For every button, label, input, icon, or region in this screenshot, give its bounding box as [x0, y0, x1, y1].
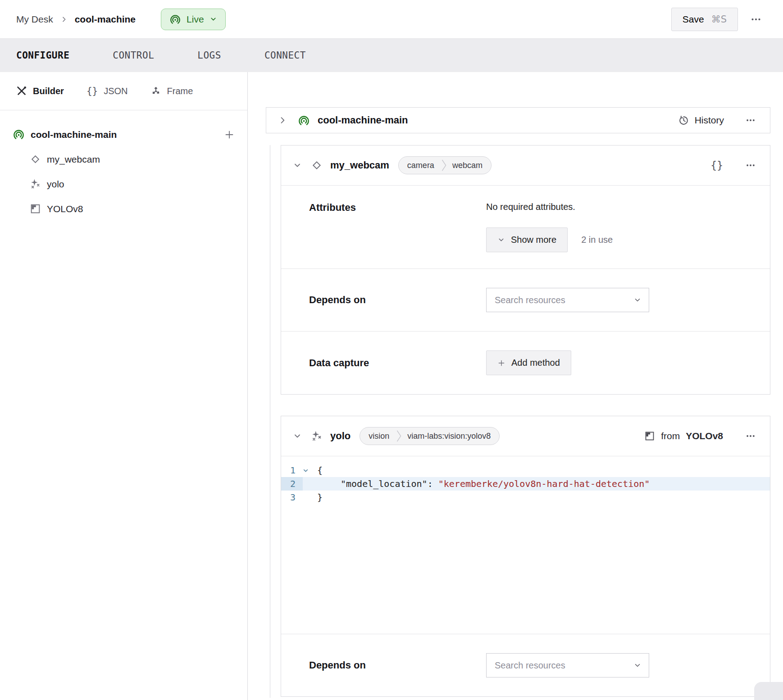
attributes-label: Attributes — [293, 202, 486, 252]
resource-title: yolo — [330, 430, 351, 442]
depends-on-label: Depends on — [293, 294, 486, 306]
chevron-right-icon — [60, 16, 68, 23]
json-attributes-editor[interactable]: 1 { 2 "model_location": "keremberke/yolo… — [281, 456, 770, 634]
fold-chevron-icon[interactable] — [303, 468, 317, 473]
machine-status-badge[interactable]: Live — [161, 9, 226, 30]
resource-more-menu-icon[interactable] — [743, 428, 758, 444]
show-more-button[interactable]: Show more — [486, 227, 568, 252]
braces-icon: {} — [86, 86, 98, 96]
pill-divider-icon — [442, 159, 446, 171]
mode-frame-label: Frame — [167, 86, 193, 96]
data-capture-label: Data capture — [293, 357, 486, 369]
depends-on-section: Depends on — [281, 268, 770, 331]
tree-item-yolov8-module[interactable]: YOLOv8 — [13, 196, 237, 221]
tree-item-label: cool-machine-main — [31, 129, 117, 140]
history-button[interactable]: History — [678, 115, 724, 126]
collapse-chevron-right-icon[interactable] — [278, 116, 287, 125]
machine-status-label: Live — [187, 14, 204, 25]
mode-frame[interactable]: Frame — [150, 86, 193, 96]
add-method-button[interactable]: Add method — [486, 350, 571, 375]
save-shortcut: ⌘S — [711, 14, 727, 25]
mode-builder[interactable]: Builder — [16, 86, 64, 96]
history-clock-icon — [678, 115, 689, 126]
json-key: "model_location" — [341, 478, 428, 489]
resource-type-pill: vision viam-labs:vision:yolov8 — [360, 427, 500, 445]
tree-item-main-part[interactable]: cool-machine-main — [13, 122, 237, 147]
card-header: my_webcam camera webcam {} — [281, 145, 770, 185]
collapse-chevron-down-icon[interactable] — [293, 161, 302, 170]
attributes-section: Attributes No required attributes. Show … — [281, 185, 770, 268]
from-prefix: from — [661, 431, 680, 441]
tab-control[interactable]: CONTROL — [113, 50, 154, 61]
chevron-down-icon — [633, 296, 642, 304]
mode-builder-label: Builder — [33, 86, 64, 96]
sparkles-service-icon — [311, 430, 323, 442]
depends-on-select[interactable] — [486, 653, 649, 677]
part-header: cool-machine-main History — [266, 107, 770, 133]
part-title: cool-machine-main — [318, 114, 408, 126]
view-mode-toolbar: Builder {} JSON Frame — [0, 72, 247, 110]
chevron-down-icon — [633, 661, 642, 669]
tree-item-yolo[interactable]: yolo — [13, 172, 237, 196]
tools-icon — [16, 86, 27, 96]
tree-item-label: yolo — [47, 179, 64, 190]
mode-json-label: JSON — [104, 86, 127, 96]
tab-connect[interactable]: CONNECT — [264, 50, 306, 61]
save-button[interactable]: Save ⌘S — [671, 8, 738, 31]
code-line[interactable]: 1 { — [281, 464, 770, 477]
search-resources-input[interactable] — [495, 295, 633, 305]
line-number: 2 — [281, 477, 303, 491]
tab-logs[interactable]: LOGS — [197, 50, 221, 61]
top-bar: My Desk cool-machine Live Save ⌘S — [0, 0, 783, 39]
code-text: "model_location": "keremberke/yolov8n-ha… — [317, 478, 650, 489]
configure-main-panel: cool-machine-main History — [248, 72, 783, 700]
mode-json[interactable]: {} JSON — [86, 86, 128, 96]
resource-title: my_webcam — [330, 159, 389, 171]
module-icon — [30, 203, 41, 214]
main-tab-bar: CONFIGURE CONTROL LOGS CONNECT — [0, 39, 783, 72]
diamond-component-icon — [311, 159, 323, 171]
tree-item-label: YOLOv8 — [47, 204, 83, 214]
code-text: } — [317, 492, 323, 503]
edit-json-icon[interactable]: {} — [710, 159, 723, 171]
code-text: { — [317, 465, 323, 476]
add-method-label: Add method — [511, 358, 560, 368]
depends-on-section: Depends on — [281, 634, 770, 696]
resource-model: webcam — [446, 161, 491, 170]
attributes-in-use-count: 2 in use — [581, 235, 613, 245]
history-label: History — [695, 115, 724, 126]
part-more-menu-icon[interactable] — [743, 113, 758, 128]
from-module-link[interactable]: from YOLOv8 — [644, 431, 723, 441]
breadcrumb-root[interactable]: My Desk — [16, 14, 53, 25]
pill-divider-icon — [396, 430, 401, 442]
collapse-chevron-down-icon[interactable] — [293, 432, 302, 441]
tree-item-my-webcam[interactable]: my_webcam — [13, 147, 237, 172]
tree-item-label: my_webcam — [47, 154, 100, 165]
tab-configure[interactable]: CONFIGURE — [16, 50, 69, 61]
chevron-down-icon — [209, 15, 217, 23]
frame-axes-icon — [150, 86, 161, 96]
breadcrumb-current: cool-machine — [75, 14, 136, 25]
broadcast-icon — [13, 128, 25, 141]
resource-model: viam-labs:vision:yolov8 — [401, 432, 499, 441]
line-number: 3 — [281, 492, 303, 503]
part-children-container: my_webcam camera webcam {} Attributes — [270, 145, 770, 698]
topbar-more-menu-icon[interactable] — [748, 11, 764, 27]
search-resources-input[interactable] — [495, 660, 633, 671]
chat-widget-corner[interactable] — [754, 682, 783, 700]
add-resource-icon[interactable] — [222, 127, 237, 142]
line-number: 1 — [281, 465, 303, 476]
code-line[interactable]: 3 } — [281, 491, 770, 504]
broadcast-icon — [298, 114, 310, 127]
code-line-active[interactable]: 2 "model_location": "keremberke/yolov8n-… — [281, 477, 770, 491]
configure-sidebar: Builder {} JSON Frame — [0, 72, 248, 700]
card-header: yolo vision viam-labs:vision:yolov8 — [281, 416, 770, 456]
attributes-empty-text: No required attributes. — [486, 202, 613, 212]
resource-more-menu-icon[interactable] — [743, 158, 758, 173]
data-capture-section: Data capture Add method — [281, 331, 770, 394]
resource-card-my-webcam: my_webcam camera webcam {} Attributes — [281, 145, 770, 395]
depends-on-select[interactable] — [486, 288, 649, 312]
resource-type: camera — [399, 161, 442, 170]
json-colon: : — [428, 478, 438, 489]
broadcast-icon — [169, 14, 181, 25]
